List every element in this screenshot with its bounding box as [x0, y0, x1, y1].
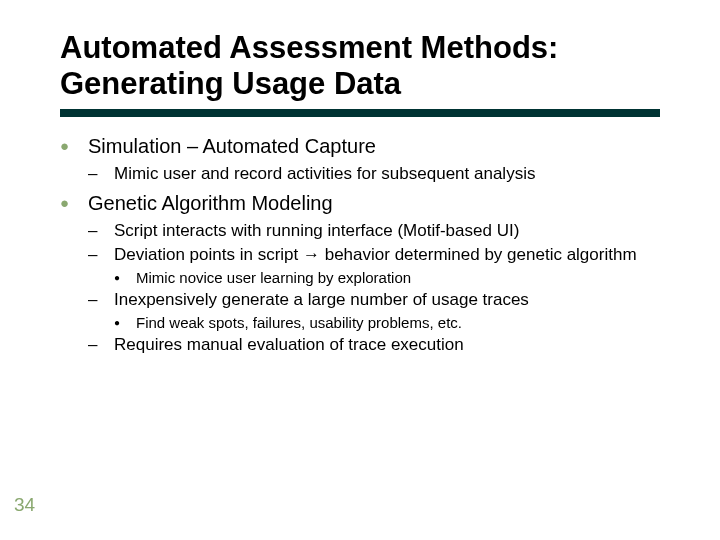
sub-bullet-item: Mimic user and record activities for sub… — [88, 164, 672, 184]
tertiary-bullet-text: Find weak spots, failures, usability pro… — [136, 314, 462, 331]
sub-bullet-text-suffix: behavior determined by genetic algorithm — [320, 245, 637, 264]
sub-bullet-text: Requires manual evaluation of trace exec… — [114, 335, 464, 354]
sub-bullet-list: Mimic user and record activities for sub… — [88, 164, 672, 184]
slide-title: Automated Assessment Methods: Generating… — [60, 30, 672, 101]
arrow-icon: → — [303, 245, 320, 264]
tertiary-bullet-item: Find weak spots, failures, usability pro… — [114, 314, 672, 331]
bullet-text: Genetic Algorithm Modeling — [88, 192, 333, 214]
sub-bullet-item: Requires manual evaluation of trace exec… — [88, 335, 672, 355]
bullet-item: Simulation – Automated Capture Mimic use… — [60, 135, 672, 184]
tertiary-bullet-list: Find weak spots, failures, usability pro… — [114, 314, 672, 331]
sub-bullet-text: Inexpensively generate a large number of… — [114, 290, 529, 309]
tertiary-bullet-text: Mimic novice user learning by exploratio… — [136, 269, 411, 286]
title-underline — [60, 109, 660, 117]
slide: Automated Assessment Methods: Generating… — [0, 0, 720, 540]
bullet-text: Simulation – Automated Capture — [88, 135, 376, 157]
sub-bullet-text: Mimic user and record activities for sub… — [114, 164, 535, 183]
bullet-item: Genetic Algorithm Modeling Script intera… — [60, 192, 672, 355]
tertiary-bullet-item: Mimic novice user learning by exploratio… — [114, 269, 672, 286]
bullet-list: Simulation – Automated Capture Mimic use… — [60, 135, 672, 355]
sub-bullet-list: Script interacts with running interface … — [88, 221, 672, 355]
title-line-1: Automated Assessment Methods: — [60, 30, 558, 65]
title-line-2: Generating Usage Data — [60, 66, 401, 101]
sub-bullet-item: Inexpensively generate a large number of… — [88, 290, 672, 331]
tertiary-bullet-list: Mimic novice user learning by exploratio… — [114, 269, 672, 286]
page-number: 34 — [14, 494, 35, 516]
sub-bullet-item: Deviation points in script → behavior de… — [88, 245, 672, 286]
sub-bullet-text: Script interacts with running interface … — [114, 221, 519, 240]
sub-bullet-item: Script interacts with running interface … — [88, 221, 672, 241]
sub-bullet-text-prefix: Deviation points in script — [114, 245, 303, 264]
